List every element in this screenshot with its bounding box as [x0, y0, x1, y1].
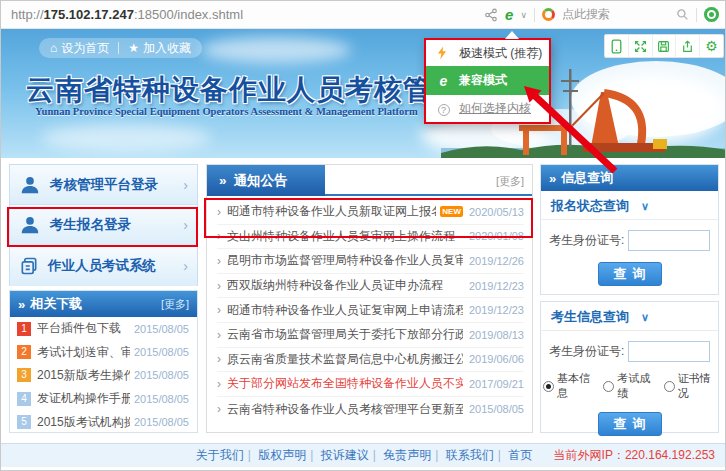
bullet-icon: › [217, 229, 221, 243]
notice-date: 2019/12/23 [463, 304, 524, 316]
notices-more-link[interactable]: [更多] [496, 174, 524, 189]
notice-item[interactable]: ›文山州特种设备作业人员复审网上操作流程2020/01/08 [217, 225, 524, 250]
settings-button[interactable]: ⚙ [700, 35, 723, 57]
rank-badge: 4 [17, 392, 31, 406]
menu-item-speed-mode[interactable]: 极速模式 (推荐) [426, 40, 549, 66]
double-chevron-icon: » [219, 173, 227, 188]
ie-mode-icon[interactable]: e [505, 7, 513, 22]
cloud [201, 37, 351, 63]
compat-mode-label: 兼容模式 [459, 72, 507, 89]
external-ip-readout: 当前外网IP：220.164.192.253 [554, 444, 715, 467]
download-item[interactable]: 4发证机构操作手册2015/08/05 [10, 387, 197, 410]
sidebar-item-candidate-login[interactable]: 考生报名登录 › [10, 205, 197, 245]
download-title: 平台插件包下载 [37, 320, 130, 337]
info-query-title: 信息查询 [561, 169, 710, 187]
footer-link-about[interactable]: 关于我们 [196, 448, 244, 462]
notice-item[interactable]: ›云南省特种设备作业人员考核管理平台更新至20...2015/08/05 [217, 397, 524, 422]
set-home-link[interactable]: ⌂设为首页 [50, 40, 109, 57]
notice-item[interactable]: ›昆明市市场监督管理局特种设备作业人员复审流程...2019/12/26 [217, 249, 524, 274]
banner-quick-links: ⌂设为首页 ★加入收藏 [39, 38, 202, 58]
download-date: 2015/08/05 [134, 346, 189, 358]
bullet-icon: › [217, 279, 221, 293]
radio-icon [603, 381, 614, 392]
chevron-right-icon: › [183, 177, 188, 193]
notice-item[interactable]: ›西双版纳州特种设备作业人员证申办流程2019/12/23 [217, 274, 524, 299]
browser-logo-icon[interactable] [704, 7, 719, 22]
download-item[interactable]: 1平台插件包下载2015/08/05 [10, 317, 197, 340]
footer-link-copyright[interactable]: 版权声明 [258, 448, 306, 462]
search-placeholder-text[interactable]: 点此搜索 [562, 6, 610, 23]
footer-link-home[interactable]: 首页 [508, 448, 532, 462]
share-page-button[interactable] [676, 35, 700, 57]
radio-exam-score[interactable]: 考试成绩 [603, 371, 655, 401]
mode-dropdown-chevron-icon[interactable]: ∨ [520, 10, 527, 20]
download-item[interactable]: 52015版考试机构操...2015/08/05 [10, 411, 197, 434]
notice-date: 2019/12/26 [463, 255, 524, 267]
double-chevron-icon: » [18, 297, 25, 312]
download-title: 考试计划送审、审核 ... [37, 344, 130, 361]
id-number-label: 考生身份证号: [549, 232, 624, 249]
share-icon[interactable] [484, 8, 498, 22]
add-favorite-link[interactable]: ★加入收藏 [128, 40, 191, 57]
info-query-panel: » 信息查询 报名状态查询∨ 考生身份证号: 查询 [540, 164, 719, 295]
radio-certificate[interactable]: 证书情况 [664, 371, 716, 401]
downloads-more-link[interactable]: [更多] [161, 297, 189, 312]
ip-label: 当前外网IP： [554, 448, 625, 462]
site-subtitle: Yunnan Province Special Equipment Operat… [35, 106, 418, 117]
ie-icon: e [436, 73, 451, 89]
radio-label: 基本信息 [557, 371, 595, 401]
fullscreen-button[interactable] [629, 35, 653, 57]
footer-link-disclaimer[interactable]: 免责声明 [383, 448, 431, 462]
notice-date: 2017/09/21 [463, 378, 524, 390]
chevron-right-icon: › [183, 217, 188, 233]
candidate-id-input[interactable] [628, 341, 710, 362]
download-item[interactable]: 2考试计划送审、审核 ...2015/08/05 [10, 340, 197, 363]
admin-login-label: 考核管理平台登录 [50, 176, 174, 194]
divider: | [248, 448, 251, 462]
rank-badge: 2 [17, 345, 31, 359]
radio-basic-info[interactable]: 基本信息 [543, 371, 595, 401]
url-host: 175.102.17.247 [44, 7, 134, 22]
download-title: 发证机构操作手册 [37, 390, 130, 407]
divider [534, 8, 535, 22]
tab-notices[interactable]: » 通知公告 [207, 165, 325, 196]
registration-status-section-toggle[interactable]: 报名状态查询∨ [541, 191, 718, 220]
notice-item[interactable]: ›关于部分网站发布全国特种设备作业人员不实信息...2017/09/21 [217, 372, 524, 397]
notice-item[interactable]: ›昭通市特种设备作业人员证复审网上申请流程及相...2019/12/23 [217, 298, 524, 323]
notice-item[interactable]: ›原云南省质量技术监督局信息中心机房搬迁公告2019/06/06 [217, 348, 524, 373]
notice-title: 文山州特种设备作业人员复审网上操作流程 [227, 228, 455, 245]
radio-icon [543, 381, 554, 392]
lightning-icon [436, 46, 451, 60]
downloads-panel: » 相关下载 [更多] 1平台插件包下载2015/08/05 2考试计划送审、审… [9, 290, 198, 433]
registration-query-button[interactable]: 查询 [598, 262, 662, 286]
notice-item[interactable]: ›昭通市特种设备作业人员新取证网上报名流程NEW2020/05/13 [217, 200, 524, 225]
id-number-label: 考生身份证号: [549, 343, 624, 360]
url-protocol: http:// [11, 7, 44, 22]
url-text[interactable]: http://175.102.17.247:18500/index.shtml [11, 1, 243, 28]
notice-item[interactable]: ›云南省市场监督管理局关于委托下放部分行政许可...2019/08/13 [217, 323, 524, 348]
notice-title: 昭通市特种设备作业人员新取证网上报名流程 [227, 203, 436, 220]
menu-item-kernel-help[interactable]: ? 如何选择内核 [426, 95, 549, 122]
menu-item-compat-mode[interactable]: e 兼容模式 [426, 66, 549, 95]
footer-link-complaint[interactable]: 投诉建议 [321, 448, 369, 462]
registration-id-input[interactable] [628, 230, 710, 251]
mobile-view-button[interactable] [605, 35, 629, 57]
candidate-info-section-toggle[interactable]: 考生信息查询∨ [541, 302, 718, 331]
candidate-login-label: 考生报名登录 [50, 216, 174, 234]
registration-query-form: 考生身份证号: [549, 230, 710, 251]
search-engine-logo-icon [542, 8, 555, 21]
sidebar-item-exam-system[interactable]: 作业人员考试系统 › [10, 246, 197, 286]
page-tools-toolbar: ⚙ [604, 34, 724, 58]
search-icon[interactable] [676, 8, 689, 21]
save-page-button[interactable] [653, 35, 677, 57]
manager-icon [19, 174, 41, 196]
downloads-header: » 相关下载 [更多] [10, 291, 197, 317]
footer-link-contact[interactable]: 联系我们 [446, 448, 494, 462]
divider: | [310, 448, 313, 462]
download-date: 2015/08/05 [134, 323, 189, 335]
candidate-query-button[interactable]: 查询 [598, 412, 662, 436]
page-footer: 关于我们| 版权声明| 投诉建议| 免责声明| 联系我们| 首页 当前外网IP：… [1, 443, 726, 467]
browser-address-bar: http://175.102.17.247:18500/index.shtml … [1, 1, 726, 29]
sidebar-item-admin-login[interactable]: 考核管理平台登录 › [10, 165, 197, 205]
download-item[interactable]: 32015新版考生操作...2015/08/05 [10, 364, 197, 387]
